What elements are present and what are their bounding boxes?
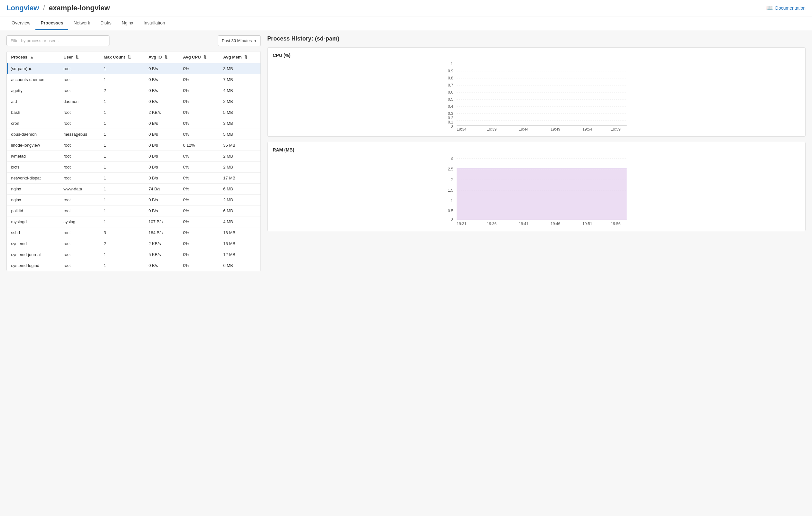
breadcrumb: Longview / example-longview (6, 4, 110, 12)
cell-process: networkd-dispat (7, 173, 60, 184)
cell-process: bash (7, 107, 60, 118)
cell-avg-io: 0 B/s (145, 74, 179, 85)
col-avg-mem[interactable]: Avg Mem ⇅ (219, 51, 260, 63)
table-row[interactable]: sshdroot3184 B/s0%16 MB (7, 227, 261, 238)
x-label-1941: 19:41 (519, 222, 529, 226)
col-user[interactable]: User ⇅ (60, 51, 100, 63)
x-label-1944: 19:44 (519, 127, 529, 131)
cell-avg-io: 5 KB/s (145, 249, 179, 260)
y-label-05: 0.5 (448, 97, 453, 101)
table-row[interactable]: lxcfsroot10 B/s0%2 MB (7, 162, 261, 173)
cell-avg-cpu: 0% (179, 162, 219, 173)
col-avg-cpu[interactable]: Avg CPU ⇅ (179, 51, 219, 63)
col-max-count[interactable]: Max Count ⇅ (100, 51, 145, 63)
cell-user: root (60, 195, 100, 205)
cell-user: root (60, 107, 100, 118)
tab-nginx[interactable]: Nginx (116, 16, 138, 30)
y-label-09: 0.9 (448, 69, 453, 73)
cell-avg-mem: 4 MB (219, 85, 260, 96)
cell-max-count: 1 (100, 205, 145, 217)
cell-avg-mem: 2 MB (219, 195, 260, 205)
table-row[interactable]: atddaemon10 B/s0%2 MB (7, 96, 261, 107)
table-row[interactable]: lvmetadroot10 B/s0%2 MB (7, 151, 261, 162)
table-row[interactable]: nginxroot10 B/s0%2 MB (7, 195, 261, 205)
cell-avg-mem: 2 MB (219, 151, 260, 162)
col-avg-io[interactable]: Avg IO ⇅ (145, 51, 179, 63)
table-body: (sd-pam) ▶root10 B/s0%3 MBaccounts-daemo… (7, 63, 261, 271)
cell-avg-mem: 35 MB (219, 140, 260, 151)
table-row[interactable]: rsyslogdsyslog1107 B/s0%4 MB (7, 217, 261, 227)
table-row[interactable]: linode-longviewroot10 B/s0.12%35 MB (7, 140, 261, 151)
cell-avg-mem: 17 MB (219, 173, 260, 184)
cpu-chart-area: 1 0.9 0.8 0.7 0.6 0.5 0.4 0.3 0.2 0.1 0 (273, 61, 800, 131)
documentation-label: Documentation (775, 5, 806, 10)
cell-max-count: 1 (100, 107, 145, 118)
cell-avg-io: 0 B/s (145, 63, 179, 74)
cell-avg-cpu: 0% (179, 184, 219, 195)
tab-installation[interactable]: Installation (138, 16, 170, 30)
tab-network[interactable]: Network (68, 16, 95, 30)
table-row[interactable]: (sd-pam) ▶root10 B/s0%3 MB (7, 63, 261, 74)
time-select-dropdown[interactable]: Past 30 Minutes ▾ (218, 36, 261, 46)
tab-processes[interactable]: Processes (36, 16, 68, 30)
cell-max-count: 1 (100, 249, 145, 260)
cell-user: root (60, 140, 100, 151)
cell-process: nginx (7, 195, 60, 205)
cell-process: nginx (7, 184, 60, 195)
cell-process: agetty (7, 85, 60, 96)
cell-avg-mem: 2 MB (219, 96, 260, 107)
y-label-06: 0.6 (448, 90, 453, 94)
processes-table-container: Process ▲ User ⇅ Max Count ⇅ Avg IO ⇅ Av… (6, 51, 261, 271)
cell-avg-io: 0 B/s (145, 173, 179, 184)
cell-avg-cpu: 0% (179, 74, 219, 85)
cell-user: root (60, 74, 100, 85)
cell-avg-mem: 16 MB (219, 227, 260, 238)
ram-chart-svg: 3 2.5 2 1.5 1 0.5 0 (273, 155, 800, 226)
ram-chart-label: RAM (MB) (273, 147, 800, 153)
table-row[interactable]: systemd-journalroot15 KB/s0%12 MB (7, 249, 261, 260)
table-header-row: Process ▲ User ⇅ Max Count ⇅ Avg IO ⇅ Av… (7, 51, 261, 63)
documentation-link[interactable]: 📖 Documentation (766, 4, 806, 12)
cpu-chart-label: CPU (%) (273, 53, 800, 58)
cpu-chart-svg: 1 0.9 0.8 0.7 0.6 0.5 0.4 0.3 0.2 0.1 0 (273, 61, 800, 131)
table-row[interactable]: bashroot12 KB/s0%5 MB (7, 107, 261, 118)
ram-chart-area: 3 2.5 2 1.5 1 0.5 0 (273, 155, 800, 226)
cell-max-count: 1 (100, 74, 145, 85)
cell-max-count: 1 (100, 162, 145, 173)
cell-user: syslog (60, 217, 100, 227)
processes-table: Process ▲ User ⇅ Max Count ⇅ Avg IO ⇅ Av… (7, 51, 260, 271)
x-label-1956: 19:56 (611, 222, 621, 226)
brand-link[interactable]: Longview (6, 4, 39, 12)
cell-avg-mem: 12 MB (219, 249, 260, 260)
col-process[interactable]: Process ▲ (7, 51, 60, 63)
table-row[interactable]: cronroot10 B/s0%3 MB (7, 118, 261, 129)
cell-user: root (60, 227, 100, 238)
cell-max-count: 2 (100, 85, 145, 96)
table-row[interactable]: networkd-dispatroot10 B/s0%17 MB (7, 173, 261, 184)
y-label-1: 1 (451, 62, 453, 66)
cell-avg-cpu: 0% (179, 227, 219, 238)
cell-avg-cpu: 0% (179, 118, 219, 129)
filter-input[interactable] (6, 36, 109, 46)
cell-user: root (60, 118, 100, 129)
x-label-1939: 19:39 (487, 127, 497, 131)
y-label-04: 0.4 (448, 104, 453, 109)
y-label-03: 0.3 (448, 111, 453, 116)
table-row[interactable]: dbus-daemonmessagebus10 B/s0%5 MB (7, 129, 261, 140)
ram-y-label-05: 0.5 (448, 209, 453, 213)
table-row[interactable]: agettyroot20 B/s0%4 MB (7, 85, 261, 96)
table-row[interactable]: accounts-daemonroot10 B/s0%7 MB (7, 74, 261, 85)
table-row[interactable]: systemdroot22 KB/s0%16 MB (7, 238, 261, 249)
cell-avg-mem: 2 MB (219, 162, 260, 173)
tab-disks[interactable]: Disks (95, 16, 116, 30)
cell-avg-cpu: 0% (179, 63, 219, 74)
tab-overview[interactable]: Overview (6, 16, 36, 30)
table-row[interactable]: systemd-logindroot10 B/s0%6 MB (7, 260, 261, 271)
table-row[interactable]: polkitdroot10 B/s0%6 MB (7, 205, 261, 217)
cell-process: sshd (7, 227, 60, 238)
chevron-down-icon: ▾ (254, 38, 257, 43)
cell-max-count: 1 (100, 184, 145, 195)
cell-max-count: 1 (100, 151, 145, 162)
table-row[interactable]: nginxwww-data174 B/s0%6 MB (7, 184, 261, 195)
cell-avg-io: 184 B/s (145, 227, 179, 238)
